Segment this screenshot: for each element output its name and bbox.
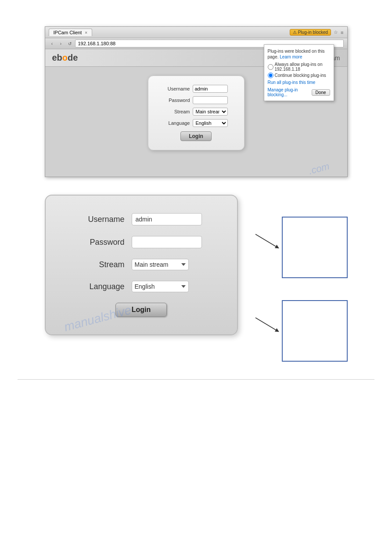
username-input-small[interactable] xyxy=(193,85,228,93)
username-label-large: Username xyxy=(72,215,125,224)
username-input-large[interactable] xyxy=(132,213,202,225)
language-row-small: Language English Chinese French xyxy=(162,119,231,127)
password-row-small: Password xyxy=(162,96,231,104)
address-text: 192.168.1.180:88 xyxy=(78,41,116,46)
language-label-small: Language xyxy=(162,120,190,126)
popup-done-button[interactable]: Done xyxy=(312,89,330,96)
popup-message: Plug-ins were blocked on this page. Lear… xyxy=(268,48,330,60)
language-select-small[interactable]: English Chinese French xyxy=(193,119,228,127)
callout-group-1 xyxy=(255,208,348,278)
login-button-large[interactable]: Login xyxy=(115,303,167,317)
plugin-blocked-label: Plug-in blocked xyxy=(298,30,328,35)
svg-line-1 xyxy=(255,318,277,331)
browser-titlebar: IPCam Client × ⚠ Plug-in blocked ☆ ≡ Plu… xyxy=(45,27,347,38)
plugin-blocked-icon: ⚠ xyxy=(293,30,297,35)
stream-select-wrapper: Main stream Sub stream xyxy=(132,259,189,270)
popup-run-link[interactable]: Run all plug-ins this time xyxy=(268,80,316,85)
username-row-large: Username xyxy=(72,213,211,225)
password-input-small[interactable] xyxy=(193,96,228,104)
ebode-logo: ebode xyxy=(52,53,78,63)
plugin-radio1[interactable] xyxy=(268,64,273,70)
username-label-small: Username xyxy=(162,86,190,91)
plugin-radio2[interactable] xyxy=(268,73,273,78)
forward-button[interactable]: › xyxy=(58,40,65,47)
language-row-large: Language English Chinese French German xyxy=(72,281,211,292)
browser-menu-icon[interactable]: ≡ xyxy=(341,30,343,35)
watermark-browser: .com xyxy=(307,160,331,177)
popup-learn-more[interactable]: Learn more xyxy=(280,54,302,59)
back-button[interactable]: ‹ xyxy=(49,40,56,47)
bottom-divider xyxy=(18,379,374,380)
password-label-large: Password xyxy=(72,238,125,247)
stream-select-large[interactable]: Main stream Sub stream xyxy=(132,259,189,270)
password-row-large: Password xyxy=(72,236,211,248)
callout-box-1 xyxy=(282,217,348,278)
popup-option2[interactable]: Continue blocking plug-ins xyxy=(268,73,330,78)
password-label-small: Password xyxy=(162,98,190,103)
tab-bar: IPCam Client × xyxy=(49,29,287,36)
login-card-large: Username Password Stream Main stream Sub… xyxy=(45,195,238,335)
language-select-wrapper: English Chinese French German xyxy=(132,281,189,292)
stream-select-small[interactable]: Main stream Sub stream xyxy=(193,108,228,116)
password-input-large[interactable] xyxy=(132,236,202,248)
arrow-svg-2 xyxy=(255,309,282,344)
stream-label-small: Stream xyxy=(162,109,190,114)
stream-label-large: Stream xyxy=(72,260,125,269)
language-label-large: Language xyxy=(72,282,125,291)
browser-window: IPCam Client × ⚠ Plug-in blocked ☆ ≡ Plu… xyxy=(45,26,348,177)
language-select-large[interactable]: English Chinese French German xyxy=(132,281,189,292)
svg-line-0 xyxy=(255,234,277,247)
refresh-button[interactable]: ↺ xyxy=(66,40,73,47)
login-box-small: Username Password Stream Main stream Sub… xyxy=(148,76,245,150)
tab-title: IPCam Client xyxy=(54,30,82,35)
arrow-svg-1 xyxy=(255,225,282,261)
login-button-small[interactable]: Login xyxy=(180,131,212,141)
callout-box-2 xyxy=(282,300,348,362)
tab-close-icon[interactable]: × xyxy=(85,30,87,35)
username-row-small: Username xyxy=(162,85,231,93)
browser-tab[interactable]: IPCam Client × xyxy=(49,29,93,36)
enlarged-section: Username Password Stream Main stream Sub… xyxy=(45,195,348,362)
callout-annotations xyxy=(255,208,348,362)
plugin-blocked-button[interactable]: ⚠ Plug-in blocked xyxy=(290,29,331,36)
bookmark-icon[interactable]: ☆ xyxy=(334,29,338,35)
popup-actions: Manage plug-in blocking... Done xyxy=(268,87,330,97)
plugin-popup: Plug-ins were blocked on this page. Lear… xyxy=(264,44,334,101)
popup-options: Always allow plug-ins on 192.168.1.18 Co… xyxy=(268,62,330,78)
callout-group-2 xyxy=(255,291,348,362)
popup-manage-link[interactable]: Manage plug-in blocking... xyxy=(268,87,312,97)
popup-option1[interactable]: Always allow plug-ins on 192.168.1.18 xyxy=(268,62,330,72)
stream-row-small: Stream Main stream Sub stream xyxy=(162,108,231,116)
stream-row-large: Stream Main stream Sub stream xyxy=(72,259,211,270)
